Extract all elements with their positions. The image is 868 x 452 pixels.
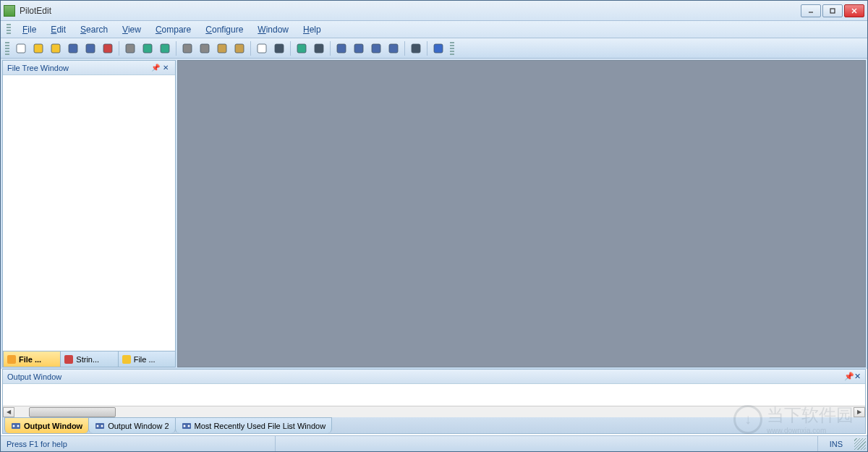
output-header: Output Window 📌 ✕ [3,370,865,384]
undo-icon[interactable] [140,40,156,56]
svg-rect-15 [218,44,226,53]
svg-point-32 [17,425,20,427]
save-all-icon[interactable] [82,40,98,56]
new-file-icon[interactable] [13,40,29,56]
file-tree-body[interactable] [3,75,175,351]
close-icon[interactable] [100,40,116,56]
bookmark-icon[interactable] [333,40,349,56]
save-icon[interactable] [65,40,81,56]
svg-rect-12 [161,44,169,53]
sidebar-tabs: File ...Strin...File ... [3,351,175,367]
redo-icon[interactable] [157,40,173,56]
document-icon[interactable] [254,40,270,56]
menubar-gripper[interactable] [7,24,11,35]
bookmark-clear-icon[interactable] [386,40,401,56]
svg-point-31 [13,425,15,427]
svg-point-38 [187,425,190,427]
svg-rect-29 [122,355,131,364]
svg-rect-5 [34,44,43,53]
editor-area[interactable] [177,60,866,367]
menu-help[interactable]: Help [296,22,328,37]
menubar: FileEditSearchViewCompareConfigureWindow… [1,21,867,38]
open-ftp-icon[interactable] [48,40,64,56]
svg-rect-7 [69,44,77,53]
output-title: Output Window [7,372,61,381]
file-tree-header: File Tree Window 📌 ✕ [3,61,175,75]
svg-rect-9 [103,44,112,53]
file-tree-panel: File Tree Window 📌 ✕ File ...Strin...Fil… [2,60,176,367]
output-panel: Output Window 📌 ✕ ◀ ▶ Output WindowOutpu… [2,369,866,434]
menu-configure[interactable]: Configure [198,22,250,37]
star-icon [122,354,132,364]
svg-rect-26 [434,44,443,53]
menu-file[interactable]: File [15,22,43,37]
svg-rect-21 [337,44,346,53]
output-tab-label: Output Window [24,422,82,430]
toolbar-separator [290,41,291,56]
search-icon[interactable] [179,40,195,56]
paste-icon[interactable] [214,40,230,56]
panel-close-icon[interactable]: ✕ [161,63,171,73]
scroll-right-icon[interactable]: ▶ [854,407,865,417]
sidebar-tab-label: File ... [134,355,156,364]
status-help: Press F1 for help [1,436,276,451]
output-tab-2[interactable]: Most Recently Used File List Window [175,417,333,433]
svg-rect-13 [183,44,192,53]
app-window: PilotEdit FileEditSearchViewCompareConfi… [0,0,868,452]
scroll-thumb[interactable] [29,407,116,417]
bookmark-prev-icon[interactable] [368,40,384,56]
resize-grip-icon[interactable] [854,438,866,450]
svg-rect-6 [51,44,60,53]
scroll-left-icon[interactable]: ◀ [3,407,14,417]
output-tab-0[interactable]: Output Window [4,417,89,433]
hex-icon[interactable] [408,40,424,56]
bookmark-next-icon[interactable] [351,40,367,56]
svg-rect-8 [86,44,95,53]
sidebar-tab-1[interactable]: Strin... [60,351,118,367]
sidebar-tab-0[interactable]: File ... [3,351,61,367]
paste-special-icon[interactable] [231,40,247,56]
scroll-track[interactable] [14,407,854,417]
output-hscrollbar[interactable]: ◀ ▶ [3,406,865,417]
svg-point-35 [101,425,103,427]
pin-icon[interactable]: 📌 [150,63,161,73]
output-body[interactable]: ◀ ▶ [3,384,865,417]
pin-icon[interactable]: 📌 [844,372,854,381]
menu-window[interactable]: Window [250,22,296,37]
maximize-button[interactable] [822,4,843,17]
menu-view[interactable]: View [115,22,148,37]
minimize-button[interactable] [801,4,821,17]
menu-search[interactable]: Search [73,22,115,37]
svg-rect-18 [275,44,284,53]
svg-rect-1 [830,9,835,13]
output-tab-1[interactable]: Output Window 2 [88,417,175,433]
sidebar-tab-2[interactable]: File ... [118,351,176,367]
svg-rect-16 [235,44,244,53]
output-tab-label: Output Window 2 [108,422,169,430]
svg-rect-27 [7,355,16,364]
run-icon[interactable] [294,40,310,56]
file-tree-title: File Tree Window [7,64,69,72]
toolbar-separator [176,41,176,56]
svg-point-37 [183,425,185,427]
panel-close-icon[interactable]: ✕ [854,372,861,381]
sidebar-tab-label: Strin... [76,355,99,364]
open-file-icon[interactable] [30,40,46,56]
copy-icon[interactable] [197,40,213,56]
svg-rect-28 [64,355,73,364]
svg-rect-4 [17,44,25,53]
sidebar-tab-label: File ... [19,355,41,364]
cut-icon[interactable] [122,40,138,56]
statusbar: Press F1 for help INS [1,435,867,451]
output-tabs: Output WindowOutput Window 2Most Recentl… [3,417,865,433]
toolbar-gripper[interactable] [5,42,9,55]
menu-edit[interactable]: Edit [43,22,73,37]
menu-compare[interactable]: Compare [148,22,198,37]
toolbar-gripper-end[interactable] [450,42,454,55]
toolbar-separator [119,41,119,56]
first-icon[interactable] [311,40,327,56]
close-button[interactable] [844,4,864,17]
help-icon[interactable] [430,40,446,56]
svg-point-34 [97,425,99,427]
sort-icon[interactable] [271,40,287,56]
